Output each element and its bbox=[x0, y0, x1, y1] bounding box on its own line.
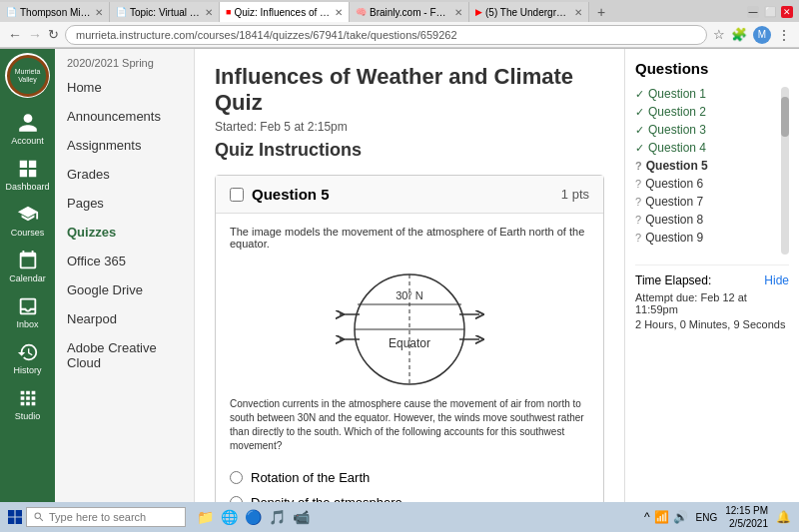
nav-pages[interactable]: Pages bbox=[55, 189, 194, 218]
inbox-icon-item[interactable]: Inbox bbox=[0, 289, 55, 335]
tab-bar: 📄 Thompson Middle / Overview... ✕ 📄 Topi… bbox=[0, 0, 799, 22]
account-icon-item[interactable]: Account bbox=[0, 106, 55, 152]
inbox-icon bbox=[17, 295, 39, 317]
tab-close-underground[interactable]: ✕ bbox=[574, 7, 582, 18]
question-list-item-3[interactable]: ✓ Question 3 bbox=[635, 121, 777, 139]
back-button[interactable]: ← bbox=[8, 27, 22, 43]
tab-quiz[interactable]: ■ Quiz: Influences of Weather a... ✕ bbox=[220, 2, 350, 22]
studio-label: Studio bbox=[15, 411, 41, 421]
minimize-button[interactable]: — bbox=[747, 6, 759, 18]
taskbar-spotify[interactable]: 🎵 bbox=[266, 506, 288, 528]
answer-option-2[interactable]: Density of the atmosphere bbox=[230, 490, 589, 502]
taskbar-file-explorer[interactable]: 📁 bbox=[194, 506, 216, 528]
scrollbar[interactable] bbox=[781, 87, 789, 255]
nav-quizzes[interactable]: Quizzes bbox=[55, 218, 194, 247]
search-icon bbox=[33, 511, 45, 523]
question-list-item-6[interactable]: ? Question 6 bbox=[635, 175, 777, 193]
history-icon-item[interactable]: History bbox=[0, 335, 55, 381]
search-bar[interactable] bbox=[26, 507, 186, 527]
tab-thompson[interactable]: 📄 Thompson Middle / Overview... ✕ bbox=[0, 2, 110, 22]
tab-close-thompson[interactable]: ✕ bbox=[95, 7, 103, 18]
icon-sidebar: Murrieta Valley Account Dashboard Course… bbox=[0, 48, 55, 502]
answer-option-1[interactable]: Rotation of the Earth bbox=[230, 465, 589, 490]
tab-close-brainly[interactable]: ✕ bbox=[454, 7, 462, 18]
clock-date: 2/5/2021 bbox=[725, 517, 768, 530]
extensions-icon[interactable]: 🧩 bbox=[731, 27, 747, 42]
courses-icon-item[interactable]: Courses bbox=[0, 198, 55, 244]
close-button[interactable]: ✕ bbox=[781, 6, 793, 18]
question-list-item-4[interactable]: ✓ Question 4 bbox=[635, 139, 777, 157]
notifications-icon[interactable]: 🔔 bbox=[776, 510, 791, 524]
q-icon-8: ? bbox=[635, 214, 641, 226]
start-button[interactable] bbox=[8, 510, 22, 524]
taskbar-edge[interactable]: 🌐 bbox=[218, 506, 240, 528]
radio-opt1[interactable] bbox=[230, 471, 243, 484]
question-checkbox[interactable] bbox=[230, 188, 244, 202]
nav-office365[interactable]: Office 365 bbox=[55, 247, 194, 275]
taskbar-system-icons: ^ 📶 🔊 bbox=[644, 510, 688, 524]
question-list-item-7[interactable]: ? Question 7 bbox=[635, 193, 777, 211]
courses-label: Courses bbox=[11, 228, 45, 238]
quiz-instructions-label: Quiz Instructions bbox=[215, 140, 604, 161]
new-tab-button[interactable]: + bbox=[589, 2, 613, 22]
answer-text-2: Density of the atmosphere bbox=[251, 495, 402, 502]
clock-time: 12:15 PM bbox=[725, 504, 768, 517]
calendar-icon-item[interactable]: Calendar bbox=[0, 244, 55, 289]
nav-sidebar: 2020/2021 Spring Home Announcements Assi… bbox=[55, 48, 195, 502]
question-list-item-2[interactable]: ✓ Question 2 bbox=[635, 103, 777, 121]
studio-icon bbox=[17, 387, 39, 409]
taskbar-zoom[interactable]: 📹 bbox=[290, 506, 312, 528]
bookmark-icon[interactable]: ☆ bbox=[713, 27, 725, 42]
forward-button[interactable]: → bbox=[28, 27, 42, 43]
q-icon-9: ? bbox=[635, 232, 641, 244]
network-icon[interactable]: 📶 bbox=[654, 510, 669, 524]
restore-button[interactable]: ⬜ bbox=[764, 6, 776, 18]
time-elapsed-row: Time Elapsed: Hide bbox=[635, 273, 789, 287]
svg-text:30° N: 30° N bbox=[396, 289, 423, 301]
refresh-button[interactable]: ↻ bbox=[48, 27, 59, 42]
history-icon bbox=[17, 341, 39, 363]
question-list-item-1[interactable]: ✓ Question 1 bbox=[635, 85, 777, 103]
tab-virtual-clubs[interactable]: 📄 Topic: Virtual Clubs ✕ bbox=[110, 2, 220, 22]
nav-assignments[interactable]: Assignments bbox=[55, 131, 194, 160]
studio-icon-item[interactable]: Studio bbox=[0, 381, 55, 427]
chevron-up-icon[interactable]: ^ bbox=[644, 510, 650, 524]
question-list-item-8[interactable]: ? Question 8 bbox=[635, 211, 777, 229]
year-label: 2020/2021 Spring bbox=[55, 53, 194, 73]
answer-options: Rotation of the Earth Density of the atm… bbox=[230, 465, 589, 502]
nav-adobe[interactable]: Adobe Creative Cloud bbox=[55, 333, 194, 377]
logo: Murrieta Valley bbox=[5, 53, 50, 98]
account-icon bbox=[17, 112, 39, 134]
tab-brainly[interactable]: 🧠 Brainly.com - For students. By... ✕ bbox=[350, 2, 469, 22]
nav-google-drive[interactable]: Google Drive bbox=[55, 275, 194, 304]
nav-home[interactable]: Home bbox=[55, 73, 194, 102]
globe-svg: 30° N Equator bbox=[330, 260, 489, 389]
attempt-due: Attempt due: Feb 12 at 11:59pm bbox=[635, 291, 789, 315]
search-input[interactable] bbox=[49, 511, 169, 523]
scrollbar-thumb[interactable] bbox=[781, 97, 789, 137]
taskbar-chrome[interactable]: 🔵 bbox=[242, 506, 264, 528]
dashboard-icon-item[interactable]: Dashboard bbox=[0, 152, 55, 198]
nav-announcements[interactable]: Announcements bbox=[55, 102, 194, 131]
address-bar[interactable]: murrieta.instructure.com/courses/18414/q… bbox=[65, 25, 707, 45]
nav-grades[interactable]: Grades bbox=[55, 160, 194, 189]
question-points: 1 pts bbox=[561, 187, 589, 202]
question-checkbox-area: Question 5 bbox=[230, 186, 330, 203]
volume-icon[interactable]: 🔊 bbox=[673, 510, 688, 524]
tab-close-clubs[interactable]: ✕ bbox=[205, 7, 213, 18]
question-header: Question 5 1 pts bbox=[216, 176, 603, 214]
quiz-area: Influences of Weather and Climate Quiz S… bbox=[195, 48, 624, 502]
q-icon-7: ? bbox=[635, 196, 641, 208]
question-list-item-9[interactable]: ? Question 9 bbox=[635, 229, 777, 247]
question-list-item-5[interactable]: ? Question 5 bbox=[635, 157, 777, 175]
check-icon-2: ✓ bbox=[635, 106, 644, 119]
profile-icon[interactable]: M bbox=[753, 26, 771, 44]
menu-icon[interactable]: ⋮ bbox=[777, 27, 791, 43]
nav-nearpod[interactable]: Nearpod bbox=[55, 304, 194, 333]
tab-underground[interactable]: ▶ (5) The Underground War - R... ✕ bbox=[469, 2, 589, 22]
taskbar-apps: 📁 🌐 🔵 🎵 📹 bbox=[194, 506, 312, 528]
q-icon-6: ? bbox=[635, 178, 641, 190]
tab-close-quiz[interactable]: ✕ bbox=[335, 7, 343, 18]
hide-link[interactable]: Hide bbox=[764, 273, 789, 287]
question-body: The image models the movement of the atm… bbox=[216, 214, 603, 502]
